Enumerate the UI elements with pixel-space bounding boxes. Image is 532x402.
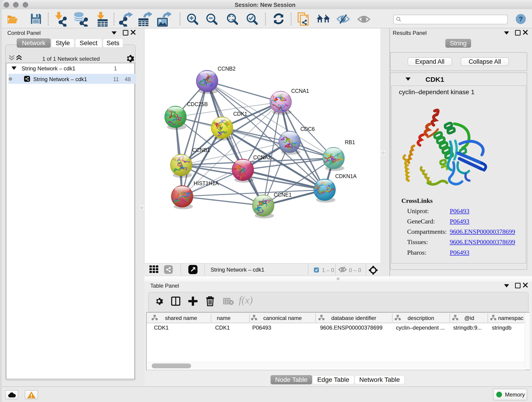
- svg-text:CDC25B: CDC25B: [187, 101, 208, 107]
- svg-text:CCNA2: CCNA2: [253, 154, 271, 160]
- svg-text:RB1: RB1: [345, 139, 355, 145]
- svg-text:CCNB2: CCNB2: [218, 66, 235, 72]
- svg-text:CDKN1A: CDKN1A: [335, 173, 357, 179]
- svg-text:CDC6: CDC6: [300, 126, 315, 132]
- svg-text:CCNE1: CCNE1: [274, 192, 292, 198]
- svg-text:?: ?: [519, 15, 523, 23]
- svg-text:HIST1H1A: HIST1H1A: [194, 180, 219, 186]
- svg-text:CDK1: CDK1: [233, 111, 247, 117]
- svg-text:CCNA1: CCNA1: [291, 88, 309, 94]
- svg-text:CCNB1: CCNB1: [192, 147, 210, 153]
